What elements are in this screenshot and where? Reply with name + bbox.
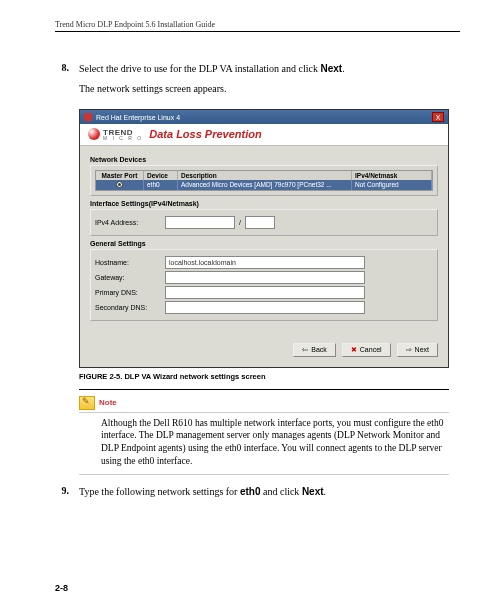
figure-text: DLP VA Wizard network settings screen bbox=[124, 372, 265, 381]
screenshot-panel: Red Hat Enterprise Linux 4 X TREND M I C… bbox=[79, 109, 449, 368]
secondary-dns-input[interactable] bbox=[165, 301, 365, 314]
table-row[interactable]: eth0 Advanced Micro Devices [AMD] 79c970… bbox=[96, 180, 432, 190]
app-title: Data Loss Prevention bbox=[149, 128, 261, 140]
master-port-radio[interactable] bbox=[116, 181, 123, 188]
figure-label: FIGURE 2-5. bbox=[79, 372, 124, 381]
note-icon bbox=[79, 396, 95, 410]
col-ipv4: IPv4/Netmask bbox=[352, 171, 432, 180]
slash: / bbox=[239, 219, 241, 226]
next-arrow-icon: ⇨ bbox=[406, 346, 412, 354]
general-settings-heading: General Settings bbox=[90, 240, 438, 247]
divider bbox=[79, 389, 449, 390]
col-device: Device bbox=[144, 171, 178, 180]
back-button[interactable]: ⇦Back bbox=[293, 343, 336, 357]
text: . bbox=[324, 486, 327, 497]
window-title: Red Hat Enterprise Linux 4 bbox=[96, 114, 180, 121]
close-button[interactable]: X bbox=[432, 112, 444, 122]
back-arrow-icon: ⇦ bbox=[302, 346, 308, 354]
step-9: 9. Type the following network settings f… bbox=[55, 485, 460, 505]
ipv4-address-input[interactable] bbox=[165, 216, 235, 229]
trend-logo: TREND M I C R O bbox=[88, 128, 143, 141]
interface-settings-heading: Interface Settings(IPv4/Netmask) bbox=[90, 200, 438, 207]
running-head: Trend Micro DLP Endpoint 5.6 Installatio… bbox=[55, 20, 460, 32]
ipv4-label: IPv4 Address: bbox=[95, 219, 165, 226]
step-8-line1: Select the drive to use for the DLP VA i… bbox=[79, 62, 460, 76]
cancel-label: Cancel bbox=[360, 346, 382, 353]
step-8: 8. Select the drive to use for the DLP V… bbox=[55, 62, 460, 101]
brand-row: TREND M I C R O Data Loss Prevention bbox=[80, 124, 448, 146]
netmask-input[interactable] bbox=[245, 216, 275, 229]
text: Type the following network settings for bbox=[79, 486, 240, 497]
hostname-label: Hostname: bbox=[95, 259, 165, 266]
eth0-keyword: eth0 bbox=[240, 486, 261, 497]
text: . bbox=[342, 63, 345, 74]
cancel-x-icon: ✖ bbox=[351, 346, 357, 354]
network-devices-box: Master Port Device Description IPv4/Netm… bbox=[90, 165, 438, 196]
text: Select the drive to use for the DLP VA i… bbox=[79, 63, 320, 74]
note-block: Note Although the Dell R610 has multiple… bbox=[79, 396, 449, 475]
next-label: Next bbox=[415, 346, 429, 353]
next-button[interactable]: ⇨Next bbox=[397, 343, 438, 357]
page-number: 2-8 bbox=[55, 583, 68, 593]
col-description: Description bbox=[178, 171, 352, 180]
redhat-icon bbox=[84, 113, 92, 121]
text: and click bbox=[261, 486, 302, 497]
primary-dns-input[interactable] bbox=[165, 286, 365, 299]
device-table: Master Port Device Description IPv4/Netm… bbox=[95, 170, 433, 191]
hostname-input[interactable] bbox=[165, 256, 365, 269]
figure-caption: FIGURE 2-5. DLP VA Wizard network settin… bbox=[79, 372, 460, 381]
brand-sub: M I C R O bbox=[103, 137, 143, 141]
col-master-port: Master Port bbox=[96, 171, 144, 180]
note-label: Note bbox=[99, 398, 117, 407]
cell-ip: Not Configured bbox=[352, 180, 432, 190]
cell-device: eth0 bbox=[144, 180, 178, 190]
gateway-input[interactable] bbox=[165, 271, 365, 284]
cell-description: Advanced Micro Devices [AMD] 79c970 [PCn… bbox=[178, 180, 352, 190]
step-9-text: Type the following network settings for … bbox=[79, 485, 460, 499]
trend-ball-icon bbox=[88, 128, 100, 140]
secondary-dns-label: Secondary DNS: bbox=[95, 304, 165, 311]
back-label: Back bbox=[311, 346, 327, 353]
next-keyword: Next bbox=[320, 63, 342, 74]
cancel-button[interactable]: ✖Cancel bbox=[342, 343, 391, 357]
primary-dns-label: Primary DNS: bbox=[95, 289, 165, 296]
gateway-label: Gateway: bbox=[95, 274, 165, 281]
step-8-line2: The network settings screen appears. bbox=[79, 82, 460, 96]
note-body: Although the Dell R610 has multiple netw… bbox=[79, 413, 449, 475]
step-number: 9. bbox=[55, 485, 69, 505]
window-titlebar: Red Hat Enterprise Linux 4 X bbox=[80, 110, 448, 124]
step-number: 8. bbox=[55, 62, 69, 101]
general-settings-box: Hostname: Gateway: Primary DNS: Secondar… bbox=[90, 249, 438, 321]
next-keyword: Next bbox=[302, 486, 324, 497]
network-devices-heading: Network Devices bbox=[90, 156, 438, 163]
table-header: Master Port Device Description IPv4/Netm… bbox=[96, 171, 432, 180]
interface-settings-box: IPv4 Address: / bbox=[90, 209, 438, 236]
button-row: ⇦Back ✖Cancel ⇨Next bbox=[90, 343, 438, 357]
